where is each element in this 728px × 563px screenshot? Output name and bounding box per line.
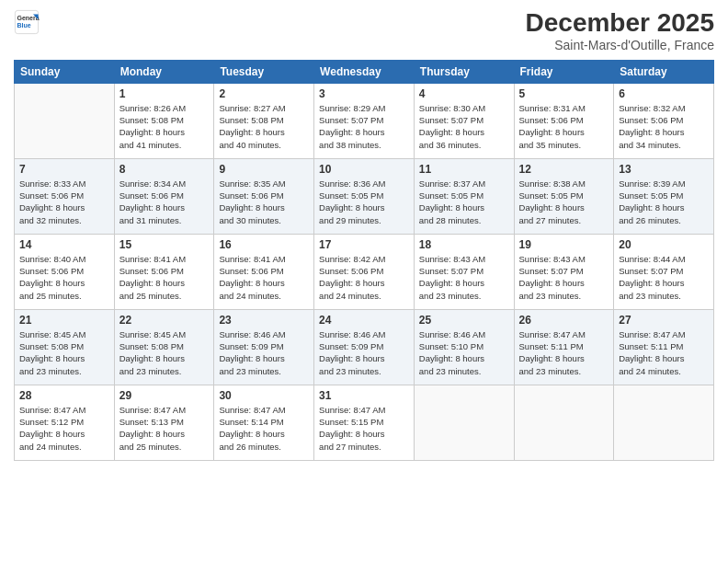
day-number: 23 (219, 314, 309, 327)
calendar-header-row: SundayMondayTuesdayWednesdayThursdayFrid… (15, 60, 714, 83)
calendar-cell: 17Sunrise: 8:42 AM Sunset: 5:06 PM Dayli… (314, 234, 415, 309)
calendar-header-sunday: Sunday (15, 60, 115, 83)
day-info: Sunrise: 8:46 AM Sunset: 5:10 PM Dayligh… (419, 328, 509, 377)
day-info: Sunrise: 8:43 AM Sunset: 5:07 PM Dayligh… (519, 253, 609, 302)
day-info: Sunrise: 8:36 AM Sunset: 5:05 PM Dayligh… (319, 178, 409, 226)
day-info: Sunrise: 8:42 AM Sunset: 5:06 PM Dayligh… (319, 253, 409, 302)
logo-icon: General Blue (14, 9, 40, 35)
calendar-cell: 4Sunrise: 8:30 AM Sunset: 5:07 PM Daylig… (414, 83, 514, 158)
day-number: 22 (119, 314, 210, 327)
day-number: 16 (219, 238, 309, 251)
day-number: 12 (519, 163, 609, 176)
calendar-cell (514, 385, 614, 460)
calendar-cell: 1Sunrise: 8:26 AM Sunset: 5:08 PM Daylig… (114, 83, 214, 158)
calendar-cell: 26Sunrise: 8:47 AM Sunset: 5:11 PM Dayli… (514, 309, 614, 385)
day-info: Sunrise: 8:47 AM Sunset: 5:12 PM Dayligh… (19, 404, 109, 453)
calendar-week-5: 28Sunrise: 8:47 AM Sunset: 5:12 PM Dayli… (15, 385, 714, 460)
calendar-week-3: 14Sunrise: 8:40 AM Sunset: 5:06 PM Dayli… (15, 234, 714, 309)
calendar-header-monday: Monday (114, 60, 214, 83)
logo: General Blue General Blue (14, 9, 40, 35)
day-info: Sunrise: 8:34 AM Sunset: 5:06 PM Dayligh… (119, 178, 210, 226)
day-number: 10 (319, 163, 409, 176)
day-info: Sunrise: 8:45 AM Sunset: 5:08 PM Dayligh… (119, 328, 210, 377)
day-number: 8 (119, 163, 210, 176)
day-info: Sunrise: 8:44 AM Sunset: 5:07 PM Dayligh… (619, 253, 709, 302)
calendar-header-wednesday: Wednesday (314, 60, 415, 83)
calendar-cell: 5Sunrise: 8:31 AM Sunset: 5:06 PM Daylig… (514, 83, 614, 158)
day-info: Sunrise: 8:39 AM Sunset: 5:05 PM Dayligh… (619, 178, 709, 226)
calendar-cell: 23Sunrise: 8:46 AM Sunset: 5:09 PM Dayli… (214, 309, 314, 385)
day-info: Sunrise: 8:45 AM Sunset: 5:08 PM Dayligh… (19, 328, 109, 377)
calendar-cell: 16Sunrise: 8:41 AM Sunset: 5:06 PM Dayli… (214, 234, 314, 309)
day-number: 3 (319, 87, 409, 100)
calendar-cell: 31Sunrise: 8:47 AM Sunset: 5:15 PM Dayli… (314, 385, 415, 460)
calendar-cell: 7Sunrise: 8:33 AM Sunset: 5:06 PM Daylig… (15, 158, 115, 234)
day-number: 27 (619, 314, 709, 327)
calendar-week-2: 7Sunrise: 8:33 AM Sunset: 5:06 PM Daylig… (15, 158, 714, 234)
calendar-week-1: 1Sunrise: 8:26 AM Sunset: 5:08 PM Daylig… (15, 83, 714, 158)
calendar-cell: 21Sunrise: 8:45 AM Sunset: 5:08 PM Dayli… (15, 309, 115, 385)
page: General Blue General Blue December 2025 … (0, 0, 728, 563)
day-info: Sunrise: 8:47 AM Sunset: 5:11 PM Dayligh… (619, 328, 709, 377)
calendar-cell (414, 385, 514, 460)
day-number: 11 (419, 163, 509, 176)
calendar-header-friday: Friday (514, 60, 614, 83)
day-number: 26 (519, 314, 609, 327)
day-number: 25 (419, 314, 509, 327)
day-number: 9 (219, 163, 309, 176)
calendar-cell: 13Sunrise: 8:39 AM Sunset: 5:05 PM Dayli… (614, 158, 714, 234)
calendar-cell: 15Sunrise: 8:41 AM Sunset: 5:06 PM Dayli… (114, 234, 214, 309)
header: General Blue General Blue December 2025 … (14, 9, 714, 52)
calendar-cell: 9Sunrise: 8:35 AM Sunset: 5:06 PM Daylig… (214, 158, 314, 234)
day-number: 13 (619, 163, 709, 176)
day-info: Sunrise: 8:32 AM Sunset: 5:06 PM Dayligh… (619, 102, 709, 151)
calendar-cell (15, 83, 115, 158)
calendar-cell: 27Sunrise: 8:47 AM Sunset: 5:11 PM Dayli… (614, 309, 714, 385)
day-info: Sunrise: 8:27 AM Sunset: 5:08 PM Dayligh… (219, 102, 309, 151)
day-info: Sunrise: 8:47 AM Sunset: 5:13 PM Dayligh… (119, 404, 210, 453)
day-info: Sunrise: 8:35 AM Sunset: 5:06 PM Dayligh… (219, 178, 309, 226)
calendar: SundayMondayTuesdayWednesdayThursdayFrid… (14, 60, 714, 461)
month-title: December 2025 (526, 9, 714, 38)
day-number: 4 (419, 87, 509, 100)
day-number: 29 (119, 389, 210, 402)
day-info: Sunrise: 8:38 AM Sunset: 5:05 PM Dayligh… (519, 178, 609, 226)
calendar-header-thursday: Thursday (414, 60, 514, 83)
day-number: 15 (119, 238, 210, 251)
calendar-cell: 14Sunrise: 8:40 AM Sunset: 5:06 PM Dayli… (15, 234, 115, 309)
day-info: Sunrise: 8:46 AM Sunset: 5:09 PM Dayligh… (319, 328, 409, 377)
day-info: Sunrise: 8:41 AM Sunset: 5:06 PM Dayligh… (119, 253, 210, 302)
calendar-cell: 24Sunrise: 8:46 AM Sunset: 5:09 PM Dayli… (314, 309, 415, 385)
calendar-cell: 10Sunrise: 8:36 AM Sunset: 5:05 PM Dayli… (314, 158, 415, 234)
day-info: Sunrise: 8:47 AM Sunset: 5:14 PM Dayligh… (219, 404, 309, 453)
calendar-cell: 20Sunrise: 8:44 AM Sunset: 5:07 PM Dayli… (614, 234, 714, 309)
day-info: Sunrise: 8:26 AM Sunset: 5:08 PM Dayligh… (119, 102, 210, 151)
day-number: 31 (319, 389, 409, 402)
day-info: Sunrise: 8:43 AM Sunset: 5:07 PM Dayligh… (419, 253, 509, 302)
day-info: Sunrise: 8:30 AM Sunset: 5:07 PM Dayligh… (419, 102, 509, 151)
calendar-cell (614, 385, 714, 460)
calendar-cell: 29Sunrise: 8:47 AM Sunset: 5:13 PM Dayli… (114, 385, 214, 460)
day-number: 14 (19, 238, 109, 251)
day-number: 21 (19, 314, 109, 327)
day-number: 24 (319, 314, 409, 327)
calendar-cell: 18Sunrise: 8:43 AM Sunset: 5:07 PM Dayli… (414, 234, 514, 309)
day-number: 1 (119, 87, 210, 100)
day-number: 19 (519, 238, 609, 251)
day-info: Sunrise: 8:46 AM Sunset: 5:09 PM Dayligh… (219, 328, 309, 377)
day-info: Sunrise: 8:40 AM Sunset: 5:06 PM Dayligh… (19, 253, 109, 302)
day-info: Sunrise: 8:29 AM Sunset: 5:07 PM Dayligh… (319, 102, 409, 151)
calendar-cell: 3Sunrise: 8:29 AM Sunset: 5:07 PM Daylig… (314, 83, 415, 158)
day-number: 2 (219, 87, 309, 100)
day-info: Sunrise: 8:41 AM Sunset: 5:06 PM Dayligh… (219, 253, 309, 302)
day-info: Sunrise: 8:37 AM Sunset: 5:05 PM Dayligh… (419, 178, 509, 226)
day-number: 6 (619, 87, 709, 100)
calendar-header-saturday: Saturday (614, 60, 714, 83)
day-number: 20 (619, 238, 709, 251)
calendar-week-4: 21Sunrise: 8:45 AM Sunset: 5:08 PM Dayli… (15, 309, 714, 385)
location: Saint-Mars-d'Outille, France (526, 38, 714, 52)
day-number: 30 (219, 389, 309, 402)
calendar-cell: 2Sunrise: 8:27 AM Sunset: 5:08 PM Daylig… (214, 83, 314, 158)
title-block: December 2025 Saint-Mars-d'Outille, Fran… (526, 9, 714, 52)
day-number: 18 (419, 238, 509, 251)
